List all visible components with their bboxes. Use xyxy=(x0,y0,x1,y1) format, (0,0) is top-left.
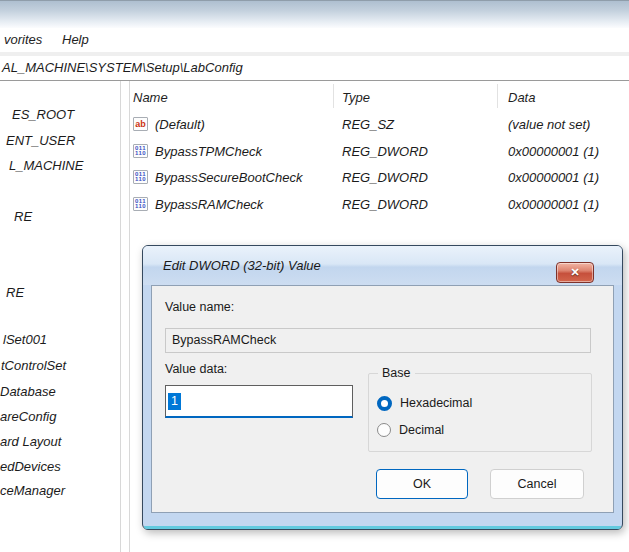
value-type: REG_DWORD xyxy=(342,169,428,187)
radio-selected-icon xyxy=(377,396,392,411)
tree-item-currentcontrolset[interactable]: tControlSet xyxy=(1,357,66,375)
close-button[interactable]: ✕ xyxy=(556,262,594,283)
window-titlebar[interactable] xyxy=(0,0,629,28)
value-name-text: BypassRAMCheck xyxy=(172,333,276,347)
value-type: REG_SZ xyxy=(342,116,394,134)
tree-item-hardwareconfig[interactable]: areConfig xyxy=(0,408,56,426)
menu-favorites[interactable]: vorites xyxy=(4,31,42,49)
radio-hexadecimal-label: Hexadecimal xyxy=(400,395,472,411)
value-type: REG_DWORD xyxy=(342,196,428,214)
value-data-label: Value data: xyxy=(165,362,227,377)
cancel-button[interactable]: Cancel xyxy=(490,469,584,499)
radio-hexadecimal[interactable]: Hexadecimal xyxy=(377,395,472,411)
list-row-bypasssecurebootcheck[interactable]: 011110 BypassSecureBootCheck REG_DWORD 0… xyxy=(124,166,629,190)
reg-dword-icon: 011110 xyxy=(133,170,148,184)
tree-item-software[interactable]: RE xyxy=(6,284,24,302)
value-name: BypassTPMCheck xyxy=(155,143,262,161)
selected-text: 1 xyxy=(168,393,181,410)
value-data: 0x00000001 (1) xyxy=(508,169,599,187)
tree-item-resourcemanager[interactable]: ceManager xyxy=(0,482,65,500)
address-path: AL_MACHINE\SYSTEM\Setup\LabConfig xyxy=(0,60,243,75)
column-header-data[interactable]: Data xyxy=(508,89,535,107)
column-header-name[interactable]: Name xyxy=(133,89,168,107)
regedit-window: vorites Help AL_MACHINE\SYSTEM\Setup\Lab… xyxy=(0,0,629,552)
reg-sz-icon: ab xyxy=(133,117,148,131)
tree-item-current-user[interactable]: ENT_USER xyxy=(6,132,75,150)
value-name-field[interactable]: BypassRAMCheck xyxy=(165,328,591,353)
value-type: REG_DWORD xyxy=(342,143,428,161)
radio-decimal[interactable]: Decimal xyxy=(377,422,444,438)
column-separator[interactable] xyxy=(497,84,498,108)
value-data-input[interactable]: 1 xyxy=(165,385,353,418)
value-name-label: Value name: xyxy=(165,300,234,315)
value-name: BypassRAMCheck xyxy=(155,196,263,214)
value-data: 0x00000001 (1) xyxy=(508,143,599,161)
edit-dword-dialog: Edit DWORD (32-bit) Value ✕ Value name: … xyxy=(142,245,623,530)
tree-item-driverdatabase[interactable]: Database xyxy=(0,383,56,401)
tree-item-classes-root[interactable]: ES_ROOT xyxy=(12,106,74,124)
column-separator[interactable] xyxy=(333,84,334,108)
reg-dword-icon: 011110 xyxy=(133,144,148,158)
list-row-default[interactable]: ab (Default) REG_SZ (value not set) xyxy=(124,113,629,137)
address-bar[interactable]: AL_MACHINE\SYSTEM\Setup\LabConfig xyxy=(0,56,629,80)
base-groupbox: Base Hexadecimal Decimal xyxy=(368,373,592,452)
dialog-bottom-edge xyxy=(144,526,621,529)
dialog-titlebar[interactable]: Edit DWORD (32-bit) Value ✕ xyxy=(143,246,622,285)
value-name: (Default) xyxy=(155,116,205,134)
list-row-bypasstpmcheck[interactable]: 011110 BypassTPMCheck REG_DWORD 0x000000… xyxy=(124,140,629,164)
base-group-label: Base xyxy=(378,366,415,381)
list-row-bypassramcheck[interactable]: 011110 BypassRAMCheck REG_DWORD 0x000000… xyxy=(124,193,629,217)
column-header-type[interactable]: Type xyxy=(342,89,370,107)
radio-decimal-label: Decimal xyxy=(399,422,444,438)
dialog-body: Value name: BypassRAMCheck Value data: 1… xyxy=(151,285,614,513)
close-icon: ✕ xyxy=(570,267,579,278)
tree-item-controlset001[interactable]: lSet001 xyxy=(3,331,47,349)
tree-item-local-machine[interactable]: L_MACHINE xyxy=(9,157,83,175)
value-data: (value not set) xyxy=(508,116,590,134)
tree-item-hardware[interactable]: RE xyxy=(14,208,32,226)
radio-unselected-icon xyxy=(377,423,391,437)
menu-bar: vorites Help xyxy=(0,28,629,52)
value-data: 0x00000001 (1) xyxy=(508,196,599,214)
dialog-title: Edit DWORD (32-bit) Value xyxy=(163,258,321,273)
value-name: BypassSecureBootCheck xyxy=(155,169,302,187)
tree-item-mounteddevices[interactable]: edDevices xyxy=(0,458,61,476)
menu-help[interactable]: Help xyxy=(62,31,89,49)
tree-item-keyboard-layout[interactable]: ard Layout xyxy=(0,433,61,451)
ok-button[interactable]: OK xyxy=(376,469,468,499)
reg-dword-icon: 011110 xyxy=(133,197,148,211)
